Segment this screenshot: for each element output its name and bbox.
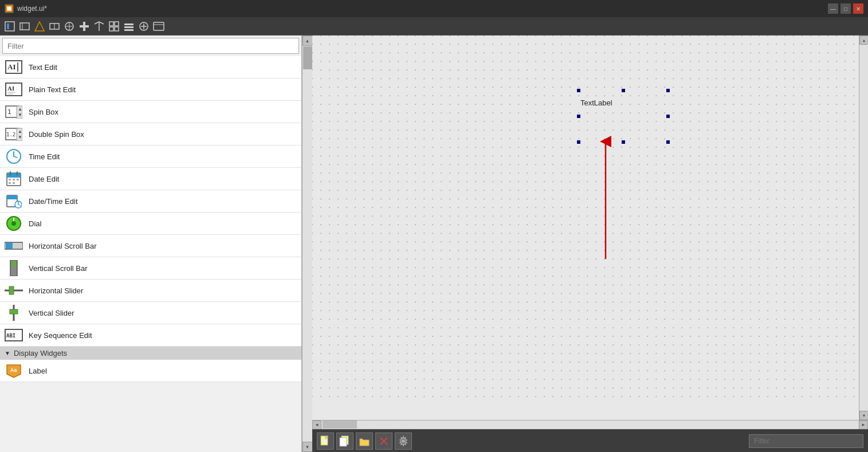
- selection-handle-bm[interactable]: [622, 140, 625, 144]
- selection-handle-br[interactable]: [666, 140, 670, 144]
- svg-rect-67: [6, 243, 13, 249]
- canvas-scroll-down-btn[interactable]: ▼: [859, 411, 868, 420]
- close-button[interactable]: ✕: [853, 3, 863, 14]
- bottom-toolbar: 📄: [312, 429, 868, 452]
- svg-text:1.2: 1.2: [6, 132, 15, 137]
- label-icon: Aa: [5, 363, 23, 379]
- selection-handle-tr[interactable]: [666, 89, 670, 92]
- bottom-btn-open[interactable]: [356, 433, 373, 450]
- bottom-btn-close[interactable]: [375, 433, 392, 450]
- spin-box-icon: 1 ▲ ▼: [5, 104, 23, 120]
- svg-line-15: [95, 22, 99, 24]
- toolbar-btn-4[interactable]: [47, 19, 62, 34]
- sidebar-scrollbar[interactable]: ▲ ▼: [302, 36, 312, 452]
- svg-rect-56: [9, 182, 11, 184]
- time-edit-label: Time Edit: [29, 152, 60, 161]
- selection-handle-ml[interactable]: [577, 115, 580, 118]
- selection-handle-tm[interactable]: [622, 89, 625, 92]
- list-item-hscrollbar[interactable]: Horizontal Scroll Bar: [0, 235, 301, 257]
- plain-text-edit-icon: AI: [5, 81, 23, 97]
- toolbar-btn-6[interactable]: [77, 19, 92, 34]
- list-item-keyseq-edit[interactable]: ABI Key Sequence Edit: [0, 324, 301, 347]
- canvas-wrapper: TextLabel: [312, 36, 868, 452]
- svg-text:AI: AI: [7, 85, 14, 92]
- svg-text:▲: ▲: [18, 107, 22, 112]
- svg-text:▲: ▲: [18, 129, 22, 134]
- widget-panel: AI Text Edit AI: [0, 36, 312, 452]
- text-edit-label: Text Edit: [29, 63, 57, 72]
- svg-rect-2: [5, 22, 14, 31]
- double-spin-box-icon: 1.2 ▲ ▼: [5, 126, 23, 142]
- toolbar-btn-7[interactable]: [92, 19, 107, 34]
- list-item-vscrollbar[interactable]: Vertical Scroll Bar: [0, 257, 301, 280]
- filter-input[interactable]: [2, 38, 299, 54]
- dial-icon: [5, 215, 23, 231]
- svg-text:▼: ▼: [18, 112, 22, 117]
- list-item-hslider[interactable]: Horizontal Slider: [0, 280, 301, 302]
- spin-box-label: Spin Box: [29, 108, 58, 116]
- dial-label: Dial: [29, 219, 41, 228]
- hslider-icon: [5, 282, 23, 298]
- section-header-display[interactable]: ▼ Display Widgets: [0, 347, 301, 360]
- double-spin-box-label: Double Spin Box: [29, 130, 84, 139]
- canvas-scroll-up-btn[interactable]: ▲: [859, 36, 868, 45]
- bottom-btn-copy[interactable]: [336, 433, 354, 450]
- svg-rect-18: [115, 22, 119, 26]
- plain-text-edit-label: Plain Text Edit: [29, 85, 76, 94]
- hscrollbar-icon: [5, 238, 23, 254]
- svg-rect-27: [154, 22, 164, 30]
- selection-handle-tl[interactable]: [577, 89, 580, 92]
- svg-rect-1: [7, 6, 11, 11]
- datetime-edit-label: Date/Time Edit: [29, 197, 78, 206]
- toolbar-btn-5[interactable]: [62, 19, 77, 34]
- list-item-time-edit[interactable]: Time Edit: [0, 146, 301, 168]
- minimize-button[interactable]: —: [828, 3, 838, 14]
- list-item-label[interactable]: Aa Label: [0, 360, 301, 382]
- svg-text:ABI: ABI: [6, 333, 15, 339]
- content-area: AI Text Edit AI: [0, 36, 868, 452]
- keyseq-edit-label: Key Sequence Edit: [29, 331, 92, 340]
- list-item-dial[interactable]: Dial: [0, 213, 301, 235]
- list-item-double-spin-box[interactable]: 1.2 ▲ ▼ Double Spin Box: [0, 123, 301, 146]
- toolbar-btn-10[interactable]: [136, 19, 151, 34]
- canvas-text-label-widget[interactable]: TextLabel: [577, 97, 616, 108]
- canvas-hscrollbar[interactable]: ◄ ►: [312, 420, 868, 429]
- svg-rect-23: [124, 29, 133, 31]
- svg-rect-20: [115, 27, 119, 31]
- list-item-datetime-edit[interactable]: Date/Time Edit: [0, 190, 301, 213]
- canvas-hscroll-left-btn[interactable]: ◄: [312, 420, 321, 430]
- svg-rect-50: [7, 173, 21, 178]
- toolbar-btn-11[interactable]: [151, 19, 166, 34]
- toolbar-btn-3[interactable]: [32, 19, 47, 34]
- scroll-up-btn[interactable]: ▲: [303, 36, 313, 46]
- canvas-right-scrollbar[interactable]: ▲ ▼: [859, 36, 868, 420]
- selection-handle-bl[interactable]: [577, 140, 580, 144]
- toolbar-btn-8[interactable]: [107, 19, 121, 34]
- bottom-filter-input[interactable]: [749, 434, 863, 448]
- scroll-thumb[interactable]: [303, 46, 312, 69]
- toolbar-btn-2[interactable]: [17, 19, 32, 34]
- toolbar-btn-1[interactable]: [2, 19, 17, 34]
- hscrollbar-label: Horizontal Scroll Bar: [29, 242, 97, 250]
- bottom-btn-new[interactable]: 📄: [317, 433, 334, 450]
- app-icon: [5, 4, 14, 13]
- toolbar-btn-9[interactable]: [121, 19, 136, 34]
- svg-rect-59: [7, 195, 17, 199]
- list-item-plain-text-edit[interactable]: AI Plain Text Edit: [0, 78, 301, 101]
- canvas-area[interactable]: TextLabel: [312, 36, 859, 420]
- bottom-btn-settings[interactable]: [395, 433, 412, 450]
- canvas-hscroll-track: [321, 420, 859, 429]
- list-item-spin-box[interactable]: 1 ▲ ▼ Spin Box: [0, 101, 301, 123]
- maximize-button[interactable]: □: [840, 3, 851, 14]
- svg-point-64: [11, 221, 16, 226]
- svg-text:AI: AI: [7, 62, 15, 71]
- svg-text:📄: 📄: [323, 439, 327, 443]
- list-item-vslider[interactable]: Vertical Slider: [0, 302, 301, 324]
- window-controls: — □ ✕: [828, 3, 863, 14]
- list-item-text-edit[interactable]: AI Text Edit: [0, 56, 301, 78]
- canvas-hscroll-thumb[interactable]: [323, 420, 357, 429]
- selection-handle-mr[interactable]: [666, 115, 670, 118]
- scroll-down-btn[interactable]: ▼: [303, 442, 313, 452]
- list-item-date-edit[interactable]: Date Edit: [0, 168, 301, 190]
- canvas-hscroll-right-btn[interactable]: ►: [859, 420, 868, 430]
